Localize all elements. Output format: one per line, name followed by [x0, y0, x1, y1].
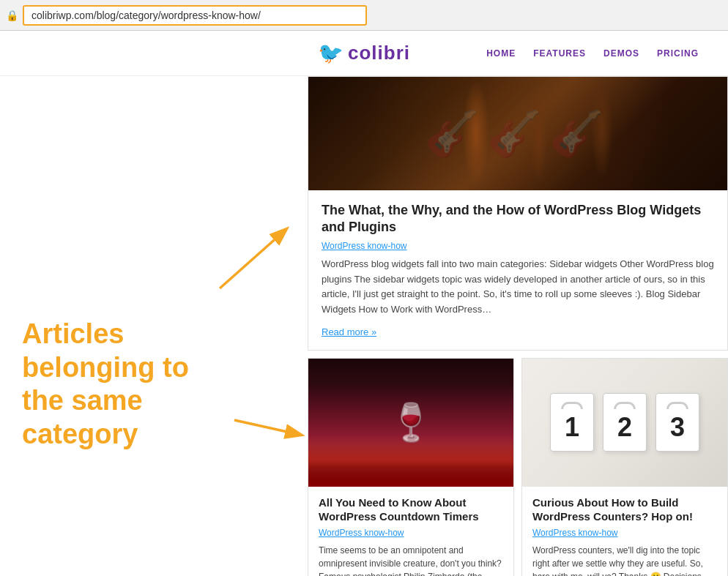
site-header: 🐦 colibri HOME FEATURES DEMOS PRICING — [0, 31, 728, 76]
site-logo[interactable]: colibri — [348, 42, 410, 64]
wine-image — [308, 359, 513, 487]
nav-demos[interactable]: DEMOS — [603, 48, 639, 59]
bag-handle-2 — [614, 402, 636, 409]
logo-area: 🐦 colibri — [318, 41, 410, 65]
article-2-title[interactable]: All You Need to Know About WordPress Cou… — [319, 495, 503, 524]
lock-icon: 🔒 — [6, 10, 18, 21]
nav-home[interactable]: HOME — [486, 48, 516, 59]
annotation-area: Articles belonging to the same category — [0, 76, 308, 576]
number-bag-2: 2 — [603, 393, 647, 452]
article-3-image: 1 2 3 — [522, 359, 727, 487]
arrow-1-icon — [212, 222, 300, 296]
article-2-body: All You Need to Know About WordPress Cou… — [308, 487, 513, 576]
article-half-2: All You Need to Know About WordPress Cou… — [308, 358, 514, 576]
number-bag-1: 1 — [550, 393, 594, 452]
main-content: Articles belonging to the same category — [0, 76, 728, 576]
nav-features[interactable]: FEATURES — [533, 48, 586, 59]
two-col-row: All You Need to Know About WordPress Cou… — [308, 358, 728, 576]
article-3-title[interactable]: Curious About How to Build WordPress Cou… — [532, 495, 717, 524]
arrow-2-icon — [227, 405, 308, 449]
article-3-body: Curious About How to Build WordPress Cou… — [522, 487, 727, 576]
article-1-read-more[interactable]: Read more » — [322, 326, 376, 337]
browser-chrome: 🔒 — [0, 0, 728, 31]
article-2-excerpt: Time seems to be an omnipotent and omnip… — [319, 544, 503, 576]
numbers-image: 1 2 3 — [522, 359, 727, 487]
article-3-category[interactable]: WordPress know-how — [532, 528, 717, 538]
content-area: The What, the Why, and the How of WordPr… — [308, 76, 728, 576]
article-full-1: The What, the Why, and the How of WordPr… — [308, 76, 728, 351]
article-1-title[interactable]: The What, the Why, and the How of WordPr… — [322, 202, 714, 236]
number-bag-3: 3 — [655, 393, 699, 452]
colibri-bird-icon: 🐦 — [318, 41, 343, 65]
url-bar[interactable] — [23, 5, 367, 26]
bag-handle-3 — [666, 402, 688, 409]
article-1-category[interactable]: WordPress know-how — [322, 241, 714, 251]
annotation-text: Articles belonging to the same category — [22, 318, 227, 451]
article-1-image — [308, 77, 727, 190]
article-2-image — [308, 359, 513, 487]
svg-line-3 — [234, 420, 300, 435]
article-3-excerpt: WordPress counters, we'll dig into the t… — [532, 544, 717, 576]
main-nav: HOME FEATURES DEMOS PRICING — [486, 48, 699, 59]
article-half-3: 1 2 3 Curious About How to Build WordP — [521, 358, 728, 576]
article-2-category[interactable]: WordPress know-how — [319, 528, 503, 538]
svg-line-1 — [220, 230, 286, 288]
article-1-excerpt: WordPress blog widgets fall into two mai… — [322, 257, 714, 318]
nav-pricing[interactable]: PRICING — [657, 48, 699, 59]
bag-handle-1 — [561, 402, 583, 409]
article-1-body: The What, the Why, and the How of WordPr… — [308, 190, 727, 350]
